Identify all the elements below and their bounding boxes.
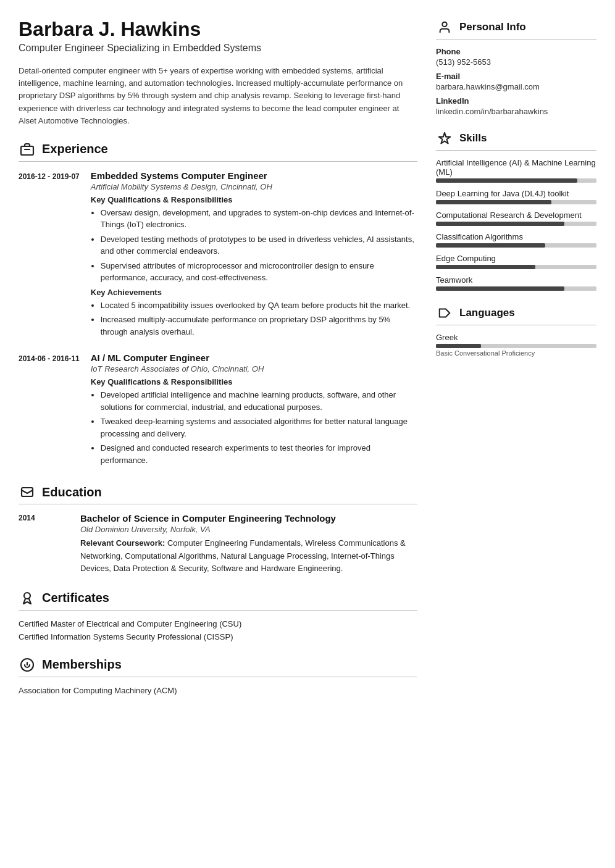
edu-coursework-1: Relevant Coursework: Computer Engineerin… (80, 537, 417, 574)
skill-bar-fill-5 (436, 286, 564, 291)
memberships-icon (19, 656, 36, 674)
skill-item-1: Deep Learning for Java (DL4J) toolkit (436, 189, 596, 204)
skill-bar-fill-2 (436, 222, 564, 226)
skill-bar-fill-3 (436, 243, 545, 248)
skill-bar-fill-1 (436, 200, 551, 204)
edu-content-1: Bachelor of Science in Computer Engineer… (80, 513, 417, 574)
exp-achievements-heading-1: Key Achievements (91, 288, 417, 297)
list-item: Supervised attributes of microprocessor … (101, 260, 417, 284)
exp-job-title-2: AI / ML Computer Engineer (91, 353, 417, 363)
svg-rect-3 (22, 488, 33, 496)
exp-qualifications-list-1: Oversaw design, development, and upgrade… (91, 207, 417, 284)
svg-rect-0 (21, 146, 33, 155)
list-item: Designed and conducted research experime… (101, 442, 417, 466)
certificates-title: Certificates (42, 591, 109, 605)
languages-title: Languages (459, 307, 515, 319)
education-title: Education (42, 485, 102, 499)
list-item: Increased multiply-accumulate performanc… (101, 314, 417, 338)
edu-degree-1: Bachelor of Science in Computer Engineer… (80, 513, 417, 524)
exp-content-1: Embedded Systems Computer Engineer Artif… (91, 170, 417, 341)
email-value: barbara.hawkins@gmail.com (436, 82, 596, 91)
skills-icon (436, 130, 453, 147)
skill-bar-bg-2 (436, 222, 596, 226)
skill-bar-fill-4 (436, 265, 535, 269)
linkedin-label: LinkedIn (436, 96, 596, 106)
personal-info-section: Personal Info Phone (513) 952-5653 E-mai… (436, 19, 596, 116)
languages-section: Languages Greek Basic Conversational Pro… (436, 304, 596, 357)
skill-bar-bg-3 (436, 243, 596, 248)
personal-info-header: Personal Info (436, 19, 596, 40)
experience-section: Experience 2016-12 - 2019-07 Embedded Sy… (19, 141, 417, 469)
lang-bar-bg-0 (436, 344, 596, 348)
memberships-section: Memberships Association for Computing Ma… (19, 656, 417, 695)
email-label: E-mail (436, 72, 596, 81)
languages-header: Languages (436, 304, 596, 325)
svg-point-4 (24, 593, 30, 599)
candidate-title: Computer Engineer Specializing in Embedd… (19, 43, 417, 54)
linkedin-value: linkedin.com/in/barbarahawkins (436, 107, 596, 116)
experience-title: Experience (42, 142, 108, 156)
exp-qualifications-heading-2: Key Qualifications & Responsibilities (91, 377, 417, 386)
skill-name-2: Computational Research & Development (436, 211, 596, 220)
resume-summary: Detail-oriented computer engineer with 5… (19, 65, 417, 127)
memberships-title: Memberships (42, 657, 122, 672)
cert-item-1: Certified Master of Electrical and Compu… (19, 619, 417, 628)
skill-item-5: Teamwork (436, 275, 596, 291)
experience-entry-1: 2016-12 - 2019-07 Embedded Systems Compu… (19, 170, 417, 341)
education-icon (19, 483, 36, 501)
exp-dates-1: 2016-12 - 2019-07 (19, 170, 80, 341)
experience-section-header: Experience (19, 141, 417, 162)
list-item: Developed testing methods of prototypes … (101, 233, 417, 257)
exp-qualifications-heading-1: Key Qualifications & Responsibilities (91, 195, 417, 204)
skill-item-3: Classification Algorithms (436, 232, 596, 248)
list-item: Tweaked deep-learning systems and associ… (101, 415, 417, 440)
edu-school-1: Old Dominion University, Norfolk, VA (80, 525, 417, 534)
personal-info-icon (436, 19, 453, 36)
phone-label: Phone (436, 47, 596, 56)
skill-name-0: Artificial Intelligence (AI) & Machine L… (436, 158, 596, 177)
resume-header: Barbara J. Hawkins Computer Engineer Spe… (19, 19, 417, 54)
experience-entry-2: 2014-06 - 2016-11 AI / ML Computer Engin… (19, 353, 417, 469)
exp-company-1: Artificial Mobility Systems & Design, Ci… (91, 182, 417, 191)
skills-title: Skills (459, 132, 487, 144)
exp-qualifications-list-2: Developed artificial intelligence and ma… (91, 389, 417, 466)
skill-bar-bg-4 (436, 265, 596, 269)
skill-item-4: Edge Computing (436, 254, 596, 269)
education-entry-1: 2014 Bachelor of Science in Computer Eng… (19, 513, 417, 574)
lang-level-0: Basic Conversational Proficiency (436, 349, 596, 357)
personal-info-title: Personal Info (459, 21, 526, 33)
list-item: Located 5 incompatibility issues overloo… (101, 299, 417, 312)
lang-item-0: Greek Basic Conversational Proficiency (436, 333, 596, 357)
svg-point-7 (442, 22, 446, 27)
exp-achievements-list-1: Located 5 incompatibility issues overloo… (91, 299, 417, 338)
skill-item-2: Computational Research & Development (436, 211, 596, 226)
skill-bar-bg-5 (436, 286, 596, 291)
lang-name-0: Greek (436, 333, 596, 342)
skills-section: Skills Artificial Intelligence (AI) & Ma… (436, 130, 596, 291)
candidate-name: Barbara J. Hawkins (19, 19, 417, 40)
cert-item-2: Certified Information Systems Security P… (19, 632, 417, 641)
education-section: Education 2014 Bachelor of Science in Co… (19, 483, 417, 574)
languages-icon (436, 304, 453, 322)
exp-content-2: AI / ML Computer Engineer IoT Research A… (91, 353, 417, 469)
exp-dates-2: 2014-06 - 2016-11 (19, 353, 80, 469)
skill-bar-fill-0 (436, 178, 577, 183)
certificates-section: Certificates Certified Master of Electri… (19, 590, 417, 641)
skill-name-1: Deep Learning for Java (DL4J) toolkit (436, 189, 596, 198)
phone-value: (513) 952-5653 (436, 57, 596, 67)
skill-bar-bg-0 (436, 178, 596, 183)
experience-icon (19, 141, 36, 158)
certificates-icon (19, 590, 36, 607)
membership-item-1: Association for Computing Machinery (ACM… (19, 686, 417, 695)
skill-name-3: Classification Algorithms (436, 232, 596, 241)
skill-name-5: Teamwork (436, 275, 596, 285)
skill-item-0: Artificial Intelligence (AI) & Machine L… (436, 158, 596, 183)
list-item: Developed artificial intelligence and ma… (101, 389, 417, 413)
edu-year-1: 2014 (19, 513, 69, 574)
list-item: Oversaw design, development, and upgrade… (101, 207, 417, 231)
certificates-section-header: Certificates (19, 590, 417, 611)
skill-bar-bg-1 (436, 200, 596, 204)
skill-name-4: Edge Computing (436, 254, 596, 263)
exp-job-title-1: Embedded Systems Computer Engineer (91, 170, 417, 181)
exp-company-2: IoT Research Associates of Ohio, Cincinn… (91, 364, 417, 373)
